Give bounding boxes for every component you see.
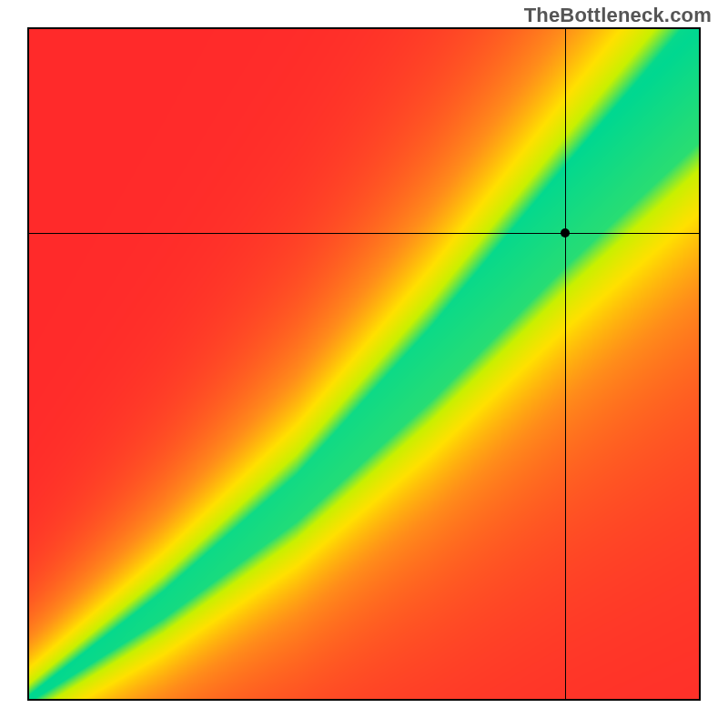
watermark-text: TheBottleneck.com <box>524 4 712 27</box>
crosshair-vertical <box>565 29 566 699</box>
crosshair-horizontal <box>29 233 699 234</box>
heatmap-plot <box>27 27 701 701</box>
heatmap-canvas <box>29 29 699 699</box>
marker-dot <box>561 228 570 238</box>
